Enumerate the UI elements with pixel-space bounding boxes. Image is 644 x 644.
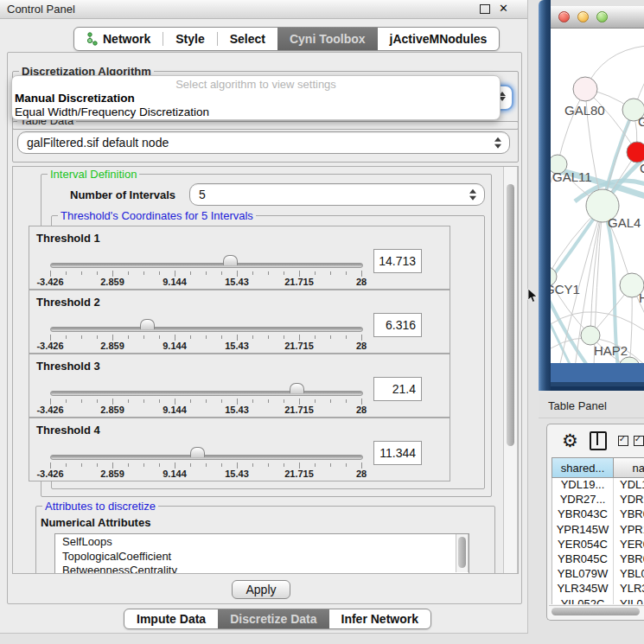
tick-mark (330, 463, 331, 467)
table-data-combobox[interactable]: galFiltered.sif default node (17, 131, 510, 154)
network-node-gal80[interactable] (573, 77, 597, 101)
tick-mark (284, 463, 284, 467)
minimize-traffic-light-icon[interactable] (577, 11, 589, 22)
window-frame (551, 363, 644, 391)
settings-vertical-scrollbar[interactable] (503, 167, 518, 573)
table-row[interactable]: YDR27...YDR2 (552, 493, 644, 507)
threshold-value-field[interactable] (373, 441, 422, 465)
axis-tick-label: 2.859 (100, 341, 124, 351)
tab-impute-data[interactable]: Impute Data (124, 609, 218, 628)
threshold-label: Threshold 4 (36, 424, 100, 437)
table-row[interactable]: YPR145WYPR1 (552, 523, 644, 538)
threshold-box-2: Threshold 2-3.4262.8599.14415.4321.71528 (29, 290, 450, 354)
cell-name: YPR1 (614, 523, 644, 538)
slider-track[interactable] (50, 327, 363, 332)
attribute-item-betweennesscentrality[interactable]: BetweennessCentrality (55, 563, 469, 574)
axis-tick-label: 21.715 (284, 277, 314, 287)
tick-mark (330, 271, 331, 275)
column-header-name[interactable]: na (614, 458, 644, 477)
table-row[interactable]: YDL19...YDL1 (552, 478, 644, 493)
tick-mark (361, 335, 362, 341)
cell-shared-name: YER054C (552, 538, 614, 552)
tick-mark (361, 399, 362, 405)
tick-mark (50, 462, 51, 469)
table-horizontal-scrollbar[interactable] (549, 605, 644, 617)
checkbox-icon[interactable] (618, 436, 628, 446)
network-canvas[interactable]: GAL80GACGAL11GAL4GCY1HHAP2 (551, 29, 644, 363)
apply-button[interactable]: Apply (232, 580, 290, 599)
table-row[interactable]: YER054CYER0 (552, 538, 644, 552)
attributes-list-scrollbar[interactable] (456, 534, 469, 572)
zoom-traffic-light-icon[interactable] (596, 11, 608, 22)
slider-thumb[interactable] (223, 255, 238, 265)
tab-style[interactable]: Style (163, 28, 216, 50)
gear-icon[interactable]: ⚙ (562, 432, 578, 450)
tick-mark (190, 271, 191, 275)
columns-icon[interactable] (590, 431, 607, 450)
tab-discretize-data[interactable]: Discretize Data (218, 609, 328, 628)
threshold-value-field[interactable] (373, 313, 422, 337)
slider-track[interactable] (50, 263, 363, 268)
slider-track[interactable] (50, 455, 363, 460)
tick-mark (346, 463, 347, 467)
attribute-item-selfloops[interactable]: SelfLoops (55, 534, 469, 549)
tick-mark (175, 335, 175, 341)
tick-mark (112, 271, 113, 277)
tab-select[interactable]: Select (218, 28, 277, 50)
tick-mark (97, 463, 98, 467)
dropdown-option-manual[interactable]: Manual Discretization (12, 92, 500, 105)
network-window-titlebar[interactable] (551, 6, 644, 29)
table-row[interactable]: YBR045CYBR0 (552, 552, 644, 567)
threshold-value-field[interactable] (373, 377, 422, 401)
table-row[interactable]: YBR043CYBR0 (552, 507, 644, 522)
numerical-attributes-list[interactable]: SelfLoopsTopologicalCoefficientBetweenne… (54, 533, 469, 574)
table-body: YDL19...YDL1YDR27...YDR2YBR043CYBR0YPR14… (552, 478, 644, 604)
close-icon[interactable]: ✕ (499, 3, 508, 15)
window-title: Control Panel (7, 3, 75, 16)
table-row[interactable]: YIL052CYIL0 (552, 597, 644, 605)
slider-thumb[interactable] (140, 319, 155, 329)
tick-mark (315, 399, 316, 403)
dropdown-option-equal-width[interactable]: Equal Width/Frequency Discretization (12, 105, 500, 119)
checkbox-icon[interactable] (634, 436, 644, 446)
table-row[interactable]: YLR345WYLR3 (552, 582, 644, 596)
tick-mark (237, 335, 238, 341)
network-node-hap2[interactable] (581, 326, 600, 345)
tick-mark (252, 463, 253, 467)
slider-track[interactable] (50, 391, 363, 396)
tick-mark (299, 271, 300, 277)
tick-mark (252, 271, 253, 275)
tab-network[interactable]: Network (74, 28, 163, 50)
node-label: GCY1 (551, 282, 580, 296)
threshold-box-1: Threshold 1-3.4262.8599.14415.4321.71528 (29, 226, 450, 290)
tick-mark (330, 399, 331, 403)
network-node-c[interactable] (627, 142, 644, 163)
tab-label: Discretize Data (230, 612, 316, 626)
close-traffic-light-icon[interactable] (558, 11, 570, 22)
float-window-icon[interactable] (480, 4, 490, 14)
tick-mark (284, 335, 284, 339)
tick-mark (175, 399, 175, 405)
tab-cyni-toolbox[interactable]: Cyni Toolbox (277, 28, 378, 50)
tab-label: Cyni Toolbox (290, 32, 366, 46)
cell-shared-name: YBR043C (552, 507, 614, 522)
tab-infer-network[interactable]: Infer Network (329, 609, 430, 628)
tick-mark (112, 399, 113, 405)
tab-label: Style (175, 32, 204, 46)
slider-thumb[interactable] (290, 383, 304, 393)
slider-thumb[interactable] (190, 447, 205, 457)
number-of-intervals-combobox[interactable]: 5 (189, 183, 485, 206)
cell-shared-name: YLR345W (552, 582, 614, 596)
network-view-window: GAL80GACGAL11GAL4GCY1HHAP2 (539, 0, 644, 391)
threshold-label: Threshold 2 (36, 296, 100, 309)
tab-jactivemnodules[interactable]: jActiveMNodules (378, 28, 500, 50)
attribute-item-topologicalcoefficient[interactable]: TopologicalCoefficient (55, 549, 469, 564)
column-header-shared-name[interactable]: shared... (552, 458, 614, 477)
cell-name: YBL0 (614, 567, 644, 582)
axis-tick-label: 15.43 (225, 405, 249, 415)
network-icon (86, 32, 99, 46)
tick-mark (346, 335, 347, 339)
axis-tick-label: 21.715 (284, 469, 314, 479)
threshold-value-field[interactable] (373, 249, 422, 273)
table-row[interactable]: YBL079WYBL0 (552, 567, 644, 582)
